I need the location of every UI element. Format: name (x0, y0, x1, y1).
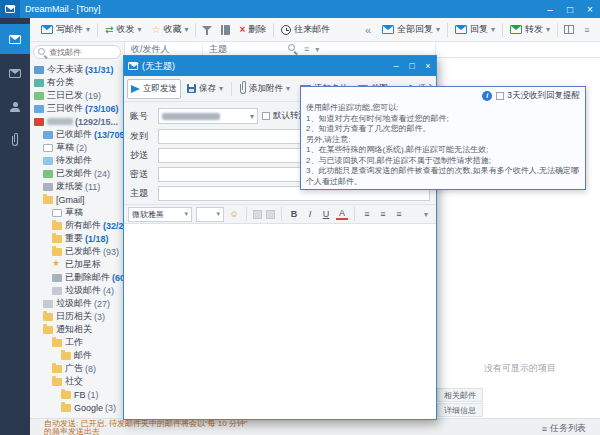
maximize-button[interactable]: □ (404, 56, 420, 76)
folder-item[interactable]: 已删除邮件 (60/159) (30, 271, 124, 284)
font-size-select[interactable]: ▾ (196, 207, 224, 222)
send-now-button[interactable]: 立即发送 (127, 79, 181, 99)
layout-icon (564, 25, 574, 34)
folder-icon (43, 196, 53, 204)
align-center-button[interactable]: ≡ (377, 207, 389, 221)
correspondence-button[interactable]: 往来邮件 (276, 19, 335, 41)
font-family-select[interactable]: 微软雅黑 ▾ (128, 207, 192, 222)
folder-item[interactable]: 垃圾邮件 (4) (30, 284, 124, 297)
redacted-account-value (162, 113, 220, 120)
nav-inbox-button[interactable] (0, 58, 30, 88)
folder-count: (27) (94, 299, 110, 309)
reply-all-button[interactable]: 全部回复 ▾ (377, 19, 445, 41)
folder-icon (43, 183, 53, 191)
maximize-button[interactable]: □ (560, 0, 580, 18)
search-icon[interactable] (288, 44, 298, 54)
folder-item[interactable]: 社交 (30, 375, 124, 388)
folder-item[interactable]: 待发邮件 (30, 154, 124, 167)
reminder-label: 3天没收到回复提醒 (507, 90, 580, 102)
folder-item[interactable]: 有分类 (30, 76, 124, 89)
reminder-checkbox[interactable]: 3天没收到回复提醒 (496, 90, 580, 102)
favorites-button[interactable]: ☆ 收藏 ▾ (146, 19, 193, 41)
folder-label: 重要 (65, 232, 83, 245)
reply-button[interactable]: 回复 ▾ (450, 19, 500, 41)
toolbar-right-group: « 全部回复 ▾ 回复 ▾ 转发 ▾ ≡ (359, 19, 600, 41)
folder-item[interactable]: 草稿 (30, 206, 124, 219)
folder-item[interactable]: 今天未读 (31/31) (30, 63, 124, 76)
add-attachment-button[interactable]: 添加附件 ▾ (236, 79, 294, 99)
compose-body[interactable] (124, 224, 436, 419)
mail-search-box[interactable] (33, 45, 121, 59)
align-left-button[interactable]: ≡ (361, 207, 373, 221)
folder-item[interactable]: 三日已发 (19) (30, 89, 124, 102)
folder-item[interactable]: 重要 (1/18) (30, 232, 124, 245)
toolbar-overflow-button[interactable]: ▾ (420, 207, 432, 221)
send-receive-button[interactable]: ⇄ 收发 ▾ (100, 19, 146, 41)
folder-item[interactable]: 废纸篓 (11) (30, 180, 124, 193)
folder-icon (34, 105, 44, 113)
folder-item[interactable]: (1292/15... (30, 115, 124, 128)
folder-item[interactable]: 已发邮件 (93) (30, 245, 124, 258)
save-button[interactable]: 保存 ▾ (183, 79, 227, 99)
collapse-button[interactable]: « (359, 19, 377, 41)
menu-button[interactable]: ≡ (578, 19, 596, 41)
paste-icon[interactable] (253, 210, 262, 219)
close-button[interactable]: × (580, 0, 600, 18)
chevron-down-icon: ▾ (137, 25, 141, 34)
folder-item[interactable]: 邮件 (30, 349, 124, 362)
divider (557, 23, 558, 37)
folder-item[interactable]: 广告 (8) (30, 362, 124, 375)
reply-all-icon (382, 25, 394, 34)
folder-item[interactable]: 草稿 (2) (30, 141, 124, 154)
folder-item[interactable]: [Gmail] (30, 193, 124, 206)
tab-details[interactable]: 详细信息 (437, 403, 483, 417)
folder-item[interactable]: 垃圾邮件 (27) (30, 297, 124, 310)
folder-item[interactable]: Google (3) (30, 401, 124, 414)
align-right-button[interactable]: ≡ (393, 207, 405, 221)
nav-contacts-button[interactable] (0, 92, 30, 122)
close-button[interactable]: × (420, 56, 436, 76)
account-select[interactable]: ▾ (158, 108, 258, 124)
folder-item[interactable]: 所有邮件 (32/296) (30, 219, 124, 232)
emoji-icon[interactable]: ☺ (228, 207, 240, 221)
folder-icon (43, 313, 53, 321)
tooltip-text: 使用邮件追踪功能,您可以:1、知道对方在何时何地查看过您的邮件;2、知道对方查看… (306, 103, 580, 187)
italic-button[interactable]: I (304, 207, 316, 221)
folder-item[interactable]: 已加星标 (30, 258, 124, 271)
folder-item[interactable]: FB (1) (30, 388, 124, 401)
clipboard-icon[interactable] (266, 210, 275, 219)
folder-count: (73/106) (85, 104, 119, 114)
folder-item[interactable]: 日历相关 (3) (30, 310, 124, 323)
forward-button[interactable]: 转发 ▾ (505, 19, 555, 41)
bold-button[interactable]: B (288, 207, 300, 221)
font-color-button[interactable]: A (336, 208, 348, 220)
chevron-down-icon[interactable]: ▾ (315, 45, 319, 54)
compose-window-controls: – □ × (388, 56, 436, 76)
address-book-button[interactable] (216, 19, 234, 41)
layout-button[interactable] (560, 19, 578, 41)
folder-item[interactable]: 通知相关 (30, 323, 124, 336)
task-list-button[interactable]: ≡ 任务列表 (542, 419, 600, 435)
folder-item[interactable]: 已发邮件 (24) (30, 167, 124, 180)
folder-item[interactable]: 已收邮件 (13/705) (30, 128, 124, 141)
nav-attachments-button[interactable] (0, 126, 30, 156)
minimize-button[interactable]: – (388, 56, 404, 76)
delete-button[interactable]: × 删除 (234, 19, 271, 41)
info-icon[interactable]: i (482, 91, 492, 101)
write-mail-button[interactable]: 写邮件 ▾ (36, 19, 95, 41)
folder-item[interactable]: 三日收件 (73/106) (30, 102, 124, 115)
nav-mail-button[interactable] (0, 24, 30, 54)
folder-icon (52, 235, 62, 243)
folder-icon (43, 326, 53, 334)
search-input[interactable] (49, 48, 109, 57)
add-attachment-label: 添加附件 (249, 83, 283, 95)
tab-related-mails[interactable]: 相关邮件 (437, 388, 483, 402)
underline-button[interactable]: U (320, 207, 332, 221)
folder-label: 待发邮件 (56, 154, 92, 167)
favorites-label: 收藏 (163, 23, 181, 36)
view-menu-icon[interactable]: ≡ (304, 44, 309, 54)
save-icon (187, 84, 196, 93)
filter-button[interactable] (198, 19, 216, 41)
folder-item[interactable]: 工作 (30, 336, 124, 349)
minimize-button[interactable]: – (540, 0, 560, 18)
